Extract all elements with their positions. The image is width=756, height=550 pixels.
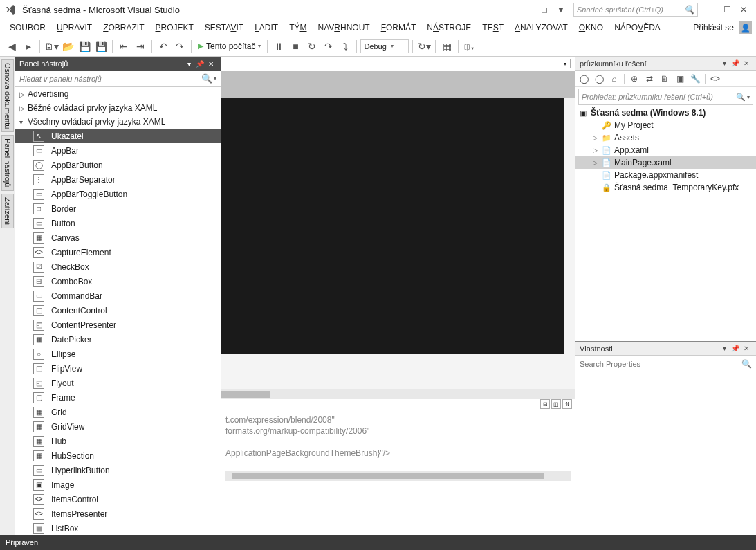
- toolbox-item[interactable]: ◯AppBarButton: [15, 158, 221, 172]
- config-combo[interactable]: Debug ▾: [360, 39, 409, 53]
- toolbox-item[interactable]: ○Ellipse: [15, 347, 221, 361]
- menu-ladit[interactable]: LADIT: [249, 21, 284, 34]
- menu-upravit[interactable]: UPRAVIT: [51, 21, 98, 34]
- pin-icon[interactable]: 📌: [194, 58, 205, 69]
- home-icon[interactable]: ⌂: [609, 73, 620, 84]
- restart-icon[interactable]: ↻: [304, 39, 320, 54]
- split-horizontal-icon[interactable]: ⊟: [540, 399, 550, 409]
- vtab-zarizeni[interactable]: Zařízení: [1, 194, 14, 228]
- code-hscroll[interactable]: [225, 471, 571, 481]
- start-debug-button[interactable]: ▶ Tento počítač ▾: [195, 42, 264, 51]
- solution-item[interactable]: 📄Package.appxmanifest: [575, 169, 756, 181]
- menu-analyzovat[interactable]: ANALYZOVAT: [509, 21, 573, 34]
- toolbox-item[interactable]: ⋮AppBarSeparator: [15, 172, 221, 187]
- grid-icon[interactable]: ▦: [439, 39, 454, 54]
- toolbox-item[interactable]: ▦DatePicker: [15, 332, 221, 347]
- solution-item[interactable]: ▷📄MainPage.xaml: [575, 156, 756, 169]
- split-vertical-icon[interactable]: ◫: [551, 399, 561, 409]
- toolbox-item[interactable]: <>ItemsPresenter: [15, 506, 221, 521]
- indent-right-icon[interactable]: ⇥: [133, 39, 148, 54]
- toolbox-item[interactable]: ▦Canvas: [15, 230, 221, 245]
- user-avatar-icon[interactable]: 👤: [739, 21, 752, 34]
- properties-search-input[interactable]: [580, 360, 741, 368]
- close-button[interactable]: ✕: [735, 2, 752, 17]
- toolbox-item[interactable]: ▭CommandBar: [15, 288, 221, 303]
- toolbox-item[interactable]: ▦GridView: [15, 419, 221, 434]
- sync-icon[interactable]: ⇄: [644, 73, 655, 84]
- notifications-icon[interactable]: ◻: [536, 2, 553, 17]
- toolbox-item[interactable]: ▭Button: [15, 216, 221, 230]
- menu-nastroje[interactable]: NÁSTROJE: [421, 21, 477, 34]
- solution-root[interactable]: ▣ Šťasná sedma (Windows 8.1): [575, 107, 756, 119]
- close-icon[interactable]: ✕: [205, 58, 216, 69]
- designer-dropdown-icon[interactable]: ▾: [560, 59, 571, 68]
- step-icon[interactable]: ↷: [321, 39, 336, 54]
- menu-test[interactable]: TEST: [477, 21, 509, 34]
- toolbox-item[interactable]: ▦Hub: [15, 434, 221, 448]
- feedback-icon[interactable]: ▼: [553, 2, 569, 17]
- solution-search[interactable]: Prohledat: průzkumníku řešení (Ctrl+ů) 🔍…: [578, 89, 753, 105]
- toolbox-item[interactable]: ☑CheckBox: [15, 259, 221, 274]
- toolbox-item[interactable]: ▭AppBar: [15, 143, 221, 158]
- close-icon[interactable]: ✕: [741, 58, 752, 69]
- toolbox-category[interactable]: ▷Běžné ovládací prvky jazyka XAML: [15, 101, 221, 115]
- quick-launch-box[interactable]: Snadné spuštění (Ctrl+Q) 🔍: [573, 3, 698, 17]
- redo-icon[interactable]: ↷: [172, 39, 187, 54]
- toolbox-item[interactable]: ▭AppBarToggleButton: [15, 187, 221, 201]
- toolbox-item[interactable]: ▭HyperlinkButton: [15, 463, 221, 477]
- menu-format[interactable]: FORMÁT: [376, 21, 422, 34]
- toolbox-item[interactable]: ◰ContentPresenter: [15, 318, 221, 332]
- solution-item[interactable]: ▷📄App.xaml: [575, 144, 756, 156]
- show-all-icon[interactable]: 🗎: [659, 73, 670, 84]
- indent-left-icon[interactable]: ⇤: [116, 39, 131, 54]
- toolbox-item[interactable]: ⊟ComboBox: [15, 274, 221, 288]
- toolbox-item[interactable]: <>ItemsControl: [15, 492, 221, 506]
- dropdown-icon[interactable]: ▾: [183, 58, 194, 69]
- menu-soubor[interactable]: SOUBOR: [4, 21, 51, 34]
- stop-icon[interactable]: ■: [288, 39, 303, 54]
- pin-icon[interactable]: 📌: [730, 343, 741, 354]
- toolbox-category[interactable]: ▷Advertising: [15, 87, 221, 101]
- menu-okno[interactable]: OKNO: [573, 21, 609, 34]
- menu-napoveda[interactable]: NÁPOVĚDA: [609, 21, 666, 34]
- toolbox-item[interactable]: ▣Image: [15, 477, 221, 492]
- forward-icon[interactable]: ◯: [593, 73, 605, 84]
- pin-icon[interactable]: 📌: [730, 58, 741, 69]
- minimize-button[interactable]: ─: [702, 2, 719, 17]
- save-all-icon[interactable]: 💾: [93, 39, 109, 54]
- solution-item[interactable]: 🔒Šťasná sedma_TemporaryKey.pfx: [575, 181, 756, 194]
- toolbox-item[interactable]: ↖Ukazatel: [15, 129, 221, 143]
- swap-panes-icon[interactable]: ⇅: [562, 399, 572, 409]
- open-file-icon[interactable]: 📂: [60, 39, 75, 54]
- toolbox-item[interactable]: □Border: [15, 201, 221, 216]
- toolbox-category[interactable]: ▾Všechny ovládací prvky jazyka XAML: [15, 115, 221, 129]
- nav-forward-icon[interactable]: ▸: [21, 39, 36, 54]
- nav-back-icon[interactable]: ◀: [4, 39, 19, 54]
- properties-icon[interactable]: 🔧: [690, 73, 701, 84]
- properties-search[interactable]: 🔍: [575, 356, 756, 372]
- toolbox-item[interactable]: ▤ListBox: [15, 521, 221, 535]
- toolbox-item[interactable]: ▦HubSection: [15, 448, 221, 463]
- toolbox-item[interactable]: ◫FlipView: [15, 361, 221, 376]
- menu-tym[interactable]: TÝM: [284, 21, 312, 34]
- back-icon[interactable]: ◯: [578, 73, 589, 84]
- refresh-icon[interactable]: ↻▾: [416, 39, 432, 54]
- vtab-panel[interactable]: Panel nástrojů: [1, 135, 14, 190]
- menu-sestavit[interactable]: SESTAVIT: [199, 21, 249, 34]
- step-over-icon[interactable]: ⤵: [338, 39, 353, 54]
- toolbox-search-input[interactable]: [19, 75, 201, 83]
- toolbox-search[interactable]: 🔍 ▾: [15, 71, 221, 87]
- save-icon[interactable]: 💾: [77, 39, 92, 54]
- refresh-icon[interactable]: ⊕: [629, 73, 640, 84]
- xaml-code-editor[interactable]: t.com/expression/blend/2008" formats.org…: [221, 410, 575, 535]
- designer-hscroll[interactable]: [221, 389, 575, 399]
- toolbox-item[interactable]: <>CaptureElement: [15, 245, 221, 259]
- toolbox-item[interactable]: ▢Frame: [15, 390, 221, 405]
- dropdown-icon[interactable]: ▾: [719, 58, 730, 69]
- menu-zobrazit[interactable]: ZOBRAZIT: [98, 21, 149, 34]
- dropdown-icon[interactable]: ▾: [719, 343, 730, 354]
- align-icon[interactable]: ⎅▾: [462, 39, 477, 54]
- menu-navrhnout[interactable]: NAVRHNOUT: [313, 21, 376, 34]
- view-code-icon[interactable]: <>: [710, 73, 721, 84]
- solution-item[interactable]: ▷📁Assets: [575, 131, 756, 144]
